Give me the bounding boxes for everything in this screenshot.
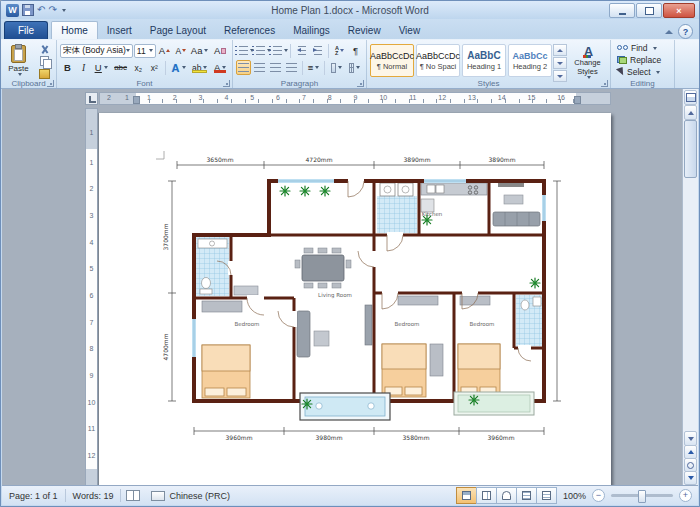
document-page[interactable]: 3650mm 4720mm 3890mm 3890mm 3700mm 4700m… (99, 113, 611, 486)
undo-button[interactable]: ↶ (37, 5, 45, 15)
redo-button[interactable]: ↷ (48, 5, 56, 15)
paste-button[interactable]: Paste (4, 42, 33, 77)
font-color-button[interactable]: A (211, 60, 229, 75)
change-case-label: Aa (191, 45, 203, 56)
replace-button[interactable]: Replace (614, 54, 671, 66)
left-indent-marker[interactable] (133, 96, 140, 104)
tab-file[interactable]: File (4, 21, 48, 39)
justify-button[interactable] (284, 60, 299, 75)
select-button[interactable]: Select (614, 66, 671, 78)
vertical-ruler[interactable]: 1 123456789101112 (85, 108, 98, 486)
triangle-more-icon (557, 75, 563, 78)
tabrow-right: ? (665, 24, 693, 39)
increase-indent-button[interactable] (310, 43, 325, 58)
change-styles-button[interactable]: A Change Styles (568, 42, 607, 82)
scrollbar-thumb[interactable] (684, 120, 697, 178)
ribbon-tab[interactable]: View (390, 22, 430, 39)
italic-button[interactable]: I (76, 60, 91, 75)
cut-button[interactable] (35, 44, 53, 54)
shading-button[interactable] (328, 60, 345, 75)
minimize-button[interactable] (609, 3, 635, 18)
ruler-toggle-button[interactable] (684, 90, 697, 105)
bold-button[interactable]: B (60, 60, 75, 75)
paragraph-dialog-launcher[interactable] (357, 80, 364, 87)
line-spacing-button[interactable]: ≡ (306, 60, 321, 75)
style-card[interactable]: AaBbCc Heading 2 (508, 44, 552, 77)
scroll-up-button[interactable] (684, 105, 697, 120)
ribbon-tab[interactable]: Insert (98, 22, 141, 39)
vertical-scrollbar[interactable] (682, 89, 698, 486)
align-right-icon (270, 63, 281, 72)
save-button[interactable] (22, 4, 34, 16)
styles-scroll-down[interactable] (553, 57, 567, 69)
style-card[interactable]: AaBbCcDc ¶ No Spaci (416, 44, 460, 77)
ribbon-tab[interactable]: Mailings (284, 22, 339, 39)
qat-customize-icon[interactable] (62, 9, 66, 12)
zoom-out-button[interactable]: − (592, 489, 605, 502)
zoom-slider-thumb[interactable] (638, 490, 646, 503)
draft-view-button[interactable] (536, 487, 557, 504)
scroll-down-button[interactable] (684, 431, 697, 446)
proofing-icon[interactable] (126, 490, 140, 501)
language-indicator[interactable]: Chinese (PRC) (167, 491, 237, 501)
restore-button[interactable] (636, 3, 662, 18)
change-case-button[interactable]: Aa (189, 43, 210, 58)
borders-button[interactable] (346, 60, 363, 75)
align-right-button[interactable] (268, 60, 283, 75)
strikethrough-button[interactable]: abc (111, 60, 129, 75)
style-card[interactable]: AaBbCcDc ¶ Normal (370, 44, 414, 77)
font-dialog-launcher[interactable] (223, 80, 230, 87)
align-left-button[interactable] (236, 60, 251, 75)
highlight-button[interactable]: ab (189, 60, 210, 75)
decrease-indent-button[interactable] (294, 43, 309, 58)
align-center-button[interactable] (252, 60, 267, 75)
ruler-number: 4 (90, 239, 94, 246)
tab-stop-selector[interactable] (85, 92, 98, 105)
next-page-button[interactable] (684, 471, 697, 485)
full-screen-reading-button[interactable] (476, 487, 497, 504)
ribbon-tab[interactable]: References (215, 22, 284, 39)
page-indicator[interactable]: Page: 1 of 1 (2, 491, 65, 501)
reading-view-icon (482, 491, 491, 500)
text-effects-button[interactable]: A (169, 60, 188, 75)
ribbon-tab[interactable]: Page Layout (141, 22, 215, 39)
help-button[interactable]: ? (678, 24, 693, 39)
grow-font-button[interactable]: A (157, 43, 173, 58)
right-indent-marker[interactable] (574, 96, 581, 104)
select-browse-object-button[interactable] (684, 458, 697, 472)
ribbon-tab[interactable]: Review (339, 22, 390, 39)
minimize-ribbon-icon[interactable] (665, 30, 673, 34)
word-logo[interactable]: W (6, 4, 19, 17)
font-name-combo[interactable]: 宋体 (Body Asia) (60, 44, 133, 58)
zoom-in-button[interactable]: + (679, 489, 692, 502)
underline-button[interactable]: U (92, 60, 110, 75)
ribbon-tab[interactable]: Home (51, 21, 98, 39)
web-layout-button[interactable] (496, 487, 517, 504)
find-button[interactable]: Find (614, 42, 671, 54)
font-size-combo[interactable]: 11 (134, 44, 156, 58)
show-paragraph-marks-button[interactable]: ¶ (348, 43, 363, 58)
style-card[interactable]: AaBbC Heading 1 (462, 44, 506, 77)
word-count[interactable]: Words: 19 (66, 491, 121, 501)
floorplan-drawing[interactable]: 3650mm 4720mm 3890mm 3890mm 3700mm 4700m… (154, 143, 574, 450)
previous-page-button[interactable] (684, 445, 697, 459)
styles-dialog-launcher[interactable] (601, 80, 608, 87)
numbering-button[interactable] (253, 43, 269, 58)
multilevel-list-button[interactable] (271, 43, 287, 58)
print-layout-view-button[interactable] (456, 487, 477, 504)
shrink-font-button[interactable]: A (173, 43, 188, 58)
dim-top-2: 4720mm (306, 156, 333, 163)
close-button[interactable]: × (663, 3, 695, 18)
bullets-button[interactable] (236, 43, 252, 58)
horizontal-ruler[interactable]: 21 12345678910111213141516 (99, 92, 611, 105)
subscript-button[interactable]: x₂ (131, 60, 146, 75)
clear-formatting-button[interactable]: A (211, 43, 229, 58)
outline-view-button[interactable] (516, 487, 537, 504)
styles-scroll-up[interactable] (553, 44, 567, 56)
superscript-button[interactable]: x² (147, 60, 162, 75)
sort-button[interactable]: AZ (332, 43, 347, 58)
clipboard-dialog-launcher[interactable] (47, 80, 54, 87)
copy-button[interactable] (35, 55, 53, 67)
zoom-slider[interactable] (611, 494, 673, 497)
zoom-level[interactable]: 100% (557, 491, 592, 501)
